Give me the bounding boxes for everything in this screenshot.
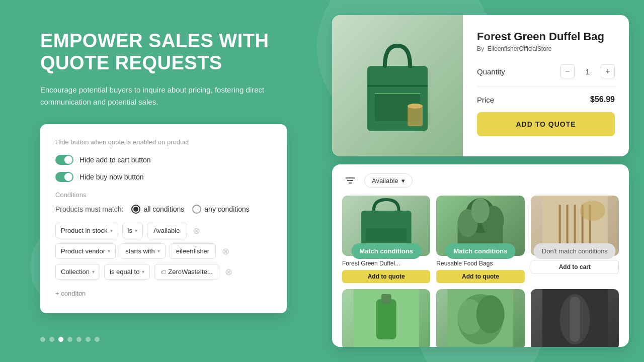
grid-item-6: [531, 289, 619, 347]
filter-icon: [346, 176, 355, 185]
remove-condition-1[interactable]: ⊗: [191, 225, 202, 236]
hide-buynow-toggle[interactable]: [55, 172, 73, 182]
product-image-area: [332, 15, 463, 156]
products-must-match-label: Products must match:: [55, 205, 123, 213]
add-to-quote-grid-2[interactable]: Add to quote: [436, 270, 524, 283]
condition-row-3: Collection ▾ is equal to ▾ 🏷 ZeroWasteIt…: [55, 264, 272, 280]
dot-4[interactable]: [67, 337, 72, 342]
quantity-value: 1: [583, 67, 593, 76]
chevron-icon-op1: ▾: [135, 228, 137, 233]
operator-value-1: is: [128, 227, 132, 234]
condition-row-1: Product in stock ▾ is ▾ Available ⊗: [55, 223, 272, 238]
match-tooltip-1: Match conditions: [351, 243, 421, 259]
all-conditions-option[interactable]: all conditions: [131, 205, 184, 214]
product-image: [332, 15, 463, 156]
match-row: Products must match: all conditions any …: [55, 205, 272, 214]
field-value-2: Product vendor: [61, 247, 105, 255]
chevron-icon-3: ▾: [92, 269, 95, 275]
product-name: Forest Green Duffel Bag: [477, 30, 615, 43]
tag-icon: 🏷: [160, 269, 166, 275]
divider: [477, 86, 615, 87]
dot-7[interactable]: [95, 337, 100, 342]
svg-point-22: [580, 201, 605, 221]
value-input-2[interactable]: eileenfisher: [170, 243, 216, 259]
product-vendor-line: By EileenfisherOfficialStore: [477, 45, 615, 52]
remove-condition-2[interactable]: ⊗: [220, 246, 231, 257]
add-to-quote-grid-1[interactable]: Add to quote: [342, 270, 430, 283]
operator-value-2: starts with: [125, 247, 155, 255]
add-condition-button[interactable]: + conditon: [55, 288, 86, 299]
svg-point-29: [476, 295, 505, 333]
grid-item-1: Forest Green Duffel... Match conditions …: [342, 196, 430, 283]
operator-select-1[interactable]: is ▾: [122, 223, 143, 238]
dot-5[interactable]: [76, 337, 82, 342]
svg-point-5: [408, 104, 423, 109]
hero-subtitle: Encourage potential buyers to inquire ab…: [40, 84, 302, 108]
dot-3[interactable]: [58, 337, 63, 342]
field-select-1[interactable]: Product in stock ▾: [55, 223, 118, 238]
product-thumb-6: [531, 289, 619, 347]
price-value: $56.99: [590, 95, 615, 104]
hide-buynow-label: Hide buy now button: [79, 173, 144, 181]
product-thumb-4: [342, 289, 430, 347]
value-input-3[interactable]: 🏷 ZeroWasteIte...: [154, 264, 219, 280]
chevron-icon-2: ▾: [108, 248, 110, 254]
left-panel: EMPOWER SALES WITH QUOTE REQUESTS Encour…: [0, 0, 332, 362]
quantity-row: Quantity − 1 +: [477, 64, 615, 78]
settings-card: Hide button when quote is enabled on pro…: [40, 124, 287, 313]
chevron-icon-op3: ▾: [142, 269, 144, 275]
available-dropdown[interactable]: Available ▾: [364, 173, 413, 188]
field-select-3[interactable]: Collection ▾: [55, 264, 100, 280]
products-grid: Forest Green Duffel... Match conditions …: [342, 196, 619, 283]
svg-rect-32: [570, 297, 580, 342]
remove-condition-3[interactable]: ⊗: [223, 266, 234, 278]
settings-header: Hide button when quote is enabled on pro…: [55, 138, 272, 146]
match-tooltip-2: Match conditions: [446, 243, 516, 259]
vendor-name: EileenfisherOfficialStore: [488, 45, 552, 52]
operator-select-3[interactable]: is equal to ▾: [104, 264, 150, 280]
any-conditions-radio[interactable]: [192, 205, 201, 214]
quantity-increase-button[interactable]: +: [601, 64, 615, 78]
dot-1[interactable]: [40, 337, 45, 342]
grid-item-4: [342, 289, 430, 347]
grid-toolbar: Available ▾: [342, 172, 619, 189]
svg-rect-4: [408, 106, 423, 126]
chevron-icon-1: ▾: [110, 228, 113, 233]
svg-rect-25: [381, 294, 391, 304]
bag-illustration: [357, 36, 438, 136]
field-select-2[interactable]: Product vendor ▾: [55, 243, 116, 259]
toggle-row-1: Hide add to cart button: [55, 155, 272, 165]
filter-icon-button[interactable]: [342, 172, 358, 189]
quantity-decrease-button[interactable]: −: [560, 64, 575, 78]
value-input-1[interactable]: Available: [147, 223, 187, 238]
any-conditions-label: any conditions: [204, 205, 250, 213]
add-to-cart-grid-3[interactable]: Add to cart: [531, 260, 619, 274]
condition-row-2: Product vendor ▾ starts with ▾ eileenfis…: [55, 243, 272, 259]
operator-select-2[interactable]: starts with ▾: [120, 243, 166, 259]
product-grid-card: Available ▾ Forest Green Duffel: [332, 164, 629, 347]
green-bottle-svg: [342, 289, 430, 347]
chevron-down-icon: ▾: [401, 177, 405, 185]
quantity-control: − 1 +: [560, 64, 615, 78]
tag-text: ZeroWasteIte...: [168, 268, 212, 276]
field-value-1: Product in stock: [61, 227, 108, 234]
no-match-tooltip-3: Don't match conditions: [534, 243, 616, 259]
hide-cart-toggle[interactable]: [55, 155, 73, 165]
dot-6[interactable]: [86, 337, 91, 342]
dark-item-svg: [531, 289, 619, 347]
hero-title: EMPOWER SALES WITH QUOTE REQUESTS: [40, 30, 307, 74]
add-to-quote-button[interactable]: ADD TO QUOTE: [477, 112, 615, 136]
product-thumb-5: [436, 289, 524, 347]
dot-2[interactable]: [49, 337, 54, 342]
grid-item-5: [436, 289, 524, 347]
grid-item-name-2: Reusable Food Bags: [436, 260, 524, 267]
carousel-dots: [40, 322, 307, 342]
operator-value-3: is equal to: [110, 268, 139, 276]
field-value-3: Collection: [61, 268, 90, 276]
any-conditions-option[interactable]: any conditions: [192, 205, 250, 214]
price-row: Price $56.99: [477, 95, 615, 104]
products-grid-row2: [342, 289, 619, 347]
available-label: Available: [372, 177, 398, 185]
all-conditions-radio[interactable]: [131, 205, 140, 214]
toggle-row-2: Hide buy now button: [55, 172, 272, 182]
